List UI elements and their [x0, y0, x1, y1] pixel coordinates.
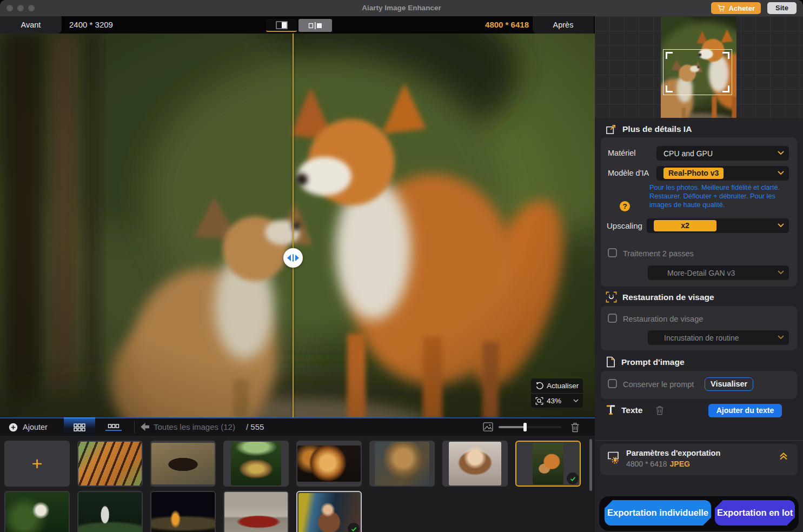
- tab-after[interactable]: Après: [533, 16, 594, 34]
- gallery-filter-label[interactable]: Toutes les images (12): [154, 418, 235, 436]
- section-details-title: Plus de détails IA: [622, 124, 692, 134]
- slider-thumb[interactable]: [523, 423, 527, 431]
- export-settings-block[interactable]: Paramètres d'exportation 4800 * 6418JPEG: [600, 444, 798, 475]
- buy-button-label: Acheter: [729, 4, 755, 12]
- face-group: Restauration de visage Incrustation de r…: [601, 306, 797, 350]
- app-window: Aiarty Image Enhancer Acheter Site Avant…: [0, 0, 803, 532]
- chevron-down-icon: [778, 335, 784, 339]
- thumbnail-fox-selected[interactable]: [515, 441, 581, 487]
- site-button[interactable]: Site: [767, 2, 797, 14]
- chevron-down-icon: [778, 270, 784, 274]
- split-view-toggle[interactable]: [266, 19, 297, 32]
- compare-divider-line: [293, 34, 294, 417]
- thumbnail-city-night[interactable]: [150, 491, 216, 532]
- thumbnail-girl-portrait[interactable]: [442, 441, 508, 487]
- panel-divider: [595, 440, 803, 441]
- heron-photo: [78, 492, 142, 532]
- viewport-corner: [666, 85, 673, 92]
- thumbnail-girl-hallway[interactable]: [296, 491, 362, 532]
- zoom-level: 43%: [547, 397, 561, 405]
- thumbnail-grid: +: [0, 436, 595, 532]
- face-mode-select[interactable]: Incrustation de routine: [648, 330, 789, 345]
- hardware-select[interactable]: CPU and GPU: [656, 146, 789, 161]
- tab-before[interactable]: Avant: [0, 16, 62, 34]
- model-help-text: Pour les photos. Meilleure fidélité et c…: [649, 183, 791, 209]
- viewport-corner: [666, 52, 673, 59]
- gallery-total-label: / 555: [246, 418, 264, 436]
- grid-view-icon: [74, 423, 85, 431]
- export-single-button[interactable]: Exportation individuelle: [605, 500, 711, 526]
- split-view-icon: [276, 21, 288, 29]
- export-settings-title: Paramètres d'exportation: [626, 449, 720, 457]
- delete-image-button[interactable]: [570, 422, 580, 433]
- grid-view-tab[interactable]: [64, 418, 95, 436]
- settings-panel: Plus de détails IA Matériel CPU and GPU …: [595, 16, 803, 532]
- before-half-overlay: [0, 34, 293, 417]
- section-text-title: Texte: [621, 405, 642, 415]
- section-prompt-title: Prompt d'image: [621, 357, 685, 367]
- face-restore-icon: [606, 291, 617, 303]
- car-photo: [224, 492, 288, 532]
- thumbnail-burger[interactable]: [296, 441, 362, 487]
- add-images-button[interactable]: Ajouter: [9, 418, 48, 436]
- zoom-control[interactable]: 43%: [531, 393, 583, 408]
- export-format-value: JPEG: [670, 460, 690, 468]
- compare-divider-handle[interactable]: [283, 248, 303, 268]
- export-size-value: 4800 * 6418: [626, 460, 667, 468]
- refresh-label: Actualiser: [547, 382, 579, 390]
- face-restore-checkbox[interactable]: [608, 314, 617, 323]
- thumbnail-bird[interactable]: [4, 491, 70, 532]
- window-title: Aiarty Image Enhancer: [0, 0, 803, 16]
- back-arrow-icon[interactable]: [141, 423, 150, 431]
- add-image-tile[interactable]: +: [4, 441, 70, 487]
- divider-left-arrow-icon: [287, 255, 291, 261]
- thumbnail-tiger[interactable]: [77, 441, 143, 487]
- girl-photo: [449, 442, 501, 486]
- divider-bar-icon: [293, 254, 294, 262]
- selected-check-badge: [567, 473, 579, 484]
- thumbnails-scrollbar[interactable]: [589, 439, 592, 491]
- refresh-button[interactable]: Actualiser: [531, 378, 583, 393]
- thumbnail-steampunk-dog[interactable]: [369, 441, 435, 487]
- buy-button[interactable]: Acheter: [711, 2, 761, 14]
- navigator-preview[interactable]: [595, 16, 803, 118]
- model-select[interactable]: Real-Photo v3: [656, 166, 789, 181]
- preview-canvas: Actualiser 43%: [0, 34, 595, 417]
- divider-right-arrow-icon: [295, 255, 299, 261]
- thumbnail-terrarium[interactable]: [223, 441, 289, 487]
- collapse-double-chevron-icon[interactable]: [779, 453, 788, 460]
- thumbnail-butterfly[interactable]: [150, 441, 216, 487]
- gan-select[interactable]: More-Detail GAN v3: [648, 265, 789, 280]
- view-prompt-button[interactable]: Visualiser: [705, 377, 753, 391]
- navigator-viewport[interactable]: [663, 49, 732, 95]
- zoom-chevron-down-icon: [573, 399, 579, 402]
- model-label: Modèle d'IA: [608, 169, 649, 177]
- text-trash-icon[interactable]: [655, 405, 664, 415]
- upscaling-select[interactable]: x2: [647, 218, 789, 233]
- thumbnail-size-slider[interactable]: [499, 426, 561, 428]
- side-by-side-toggle[interactable]: [298, 19, 332, 32]
- upscaling-label: Upscaling: [607, 221, 642, 230]
- keep-prompt-checkbox[interactable]: [608, 379, 617, 388]
- viewport-corner: [722, 52, 729, 59]
- help-icon[interactable]: ?: [620, 201, 630, 211]
- face-restore-label: Restauration de visage: [623, 315, 703, 323]
- tiger-photo: [78, 442, 142, 486]
- export-batch-button[interactable]: Exportation en lot: [715, 500, 795, 526]
- thumbnail-heron[interactable]: [77, 491, 143, 532]
- add-images-label: Ajouter: [23, 423, 48, 431]
- gallery-toolbar: Ajouter Toutes les images (12) / 555: [0, 417, 595, 436]
- filmstrip-view-tab[interactable]: [95, 418, 132, 436]
- two-pass-checkbox[interactable]: [608, 248, 617, 257]
- upscale-details-icon: [606, 123, 617, 135]
- add-text-button[interactable]: Ajouter du texte: [708, 404, 782, 417]
- dog-photo: [375, 442, 429, 486]
- thumbnail-classic-car[interactable]: [223, 491, 289, 532]
- refresh-icon: [535, 382, 543, 390]
- zoom-fit-icon: [535, 397, 543, 405]
- bird-photo: [5, 492, 69, 532]
- thumbnail-size-icon: [483, 422, 493, 431]
- section-details-header: Plus de détails IA: [606, 123, 692, 135]
- export-settings-icon: [607, 451, 621, 464]
- hardware-label: Matériel: [608, 149, 636, 157]
